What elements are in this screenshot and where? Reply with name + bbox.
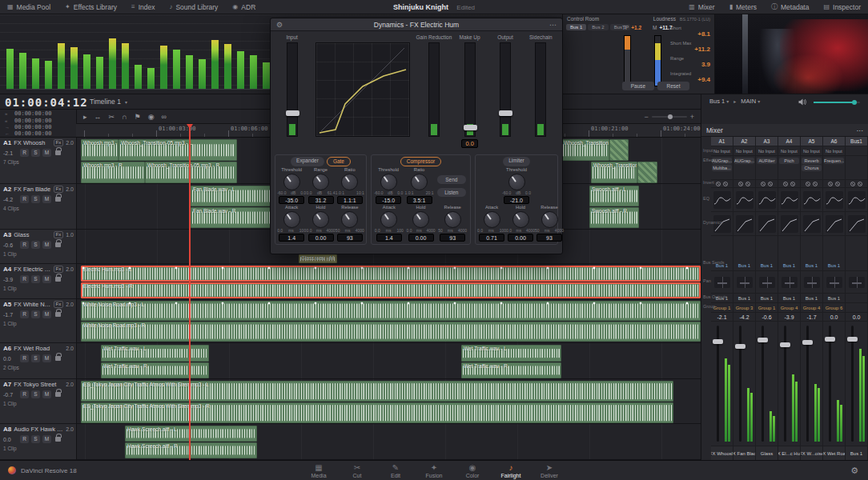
media-pool-button[interactable]: ▦ Media Pool bbox=[0, 0, 58, 14]
solo-button[interactable]: S bbox=[31, 435, 40, 443]
expander-toggle[interactable]: Expander bbox=[291, 157, 324, 166]
compressor-toggle[interactable]: Compressor bbox=[400, 157, 441, 166]
channel-pan[interactable] bbox=[823, 271, 845, 294]
channel-pan[interactable] bbox=[756, 271, 778, 294]
channel-dynamics[interactable] bbox=[846, 212, 867, 236]
audio-clip[interactable]: Wet Traffic.wav - L bbox=[461, 345, 561, 362]
fader-handle[interactable] bbox=[802, 340, 813, 345]
channel-fader[interactable] bbox=[711, 322, 733, 446]
audio-clip[interactable]: ES_Tokyo Japan City Traffic Atmos With S… bbox=[81, 402, 673, 423]
attack-knob[interactable] bbox=[380, 211, 397, 228]
channel-dynamics[interactable] bbox=[756, 212, 778, 236]
channel-id[interactable]: A6 bbox=[823, 137, 845, 146]
invert-icon[interactable] bbox=[858, 182, 862, 186]
channel-input[interactable]: No Input bbox=[778, 146, 800, 156]
channel-eq[interactable] bbox=[801, 188, 822, 212]
channel-bus-send[interactable]: Bus 1 bbox=[801, 236, 822, 271]
channel-fader[interactable] bbox=[823, 322, 845, 446]
channel-id[interactable]: Bus1 bbox=[846, 137, 867, 146]
record-arm-button[interactable]: R bbox=[20, 435, 29, 443]
track-fx-badge[interactable]: Fx bbox=[54, 301, 64, 308]
audio-clip[interactable]: Fan Blade.wav - L bbox=[191, 186, 273, 206]
channel-effects[interactable]: AUFilter bbox=[756, 156, 778, 180]
limiter-toggle[interactable]: Limiter bbox=[503, 157, 530, 166]
channel-invert[interactable] bbox=[823, 180, 845, 188]
channel-group[interactable]: Group 1 bbox=[756, 303, 778, 313]
record-arm-button[interactable]: R bbox=[20, 310, 29, 318]
effect-slot[interactable]: AUGrap... bbox=[734, 158, 754, 164]
audio-clip[interactable]: Wet Traffic.wav - L bbox=[101, 345, 209, 362]
video-viewer[interactable] bbox=[715, 14, 868, 94]
channel-pan[interactable] bbox=[801, 271, 822, 294]
channel-fader[interactable] bbox=[756, 322, 778, 446]
channel-dynamics[interactable] bbox=[733, 212, 755, 236]
track-fx-badge[interactable]: Fx bbox=[54, 139, 64, 146]
track-header-a6[interactable]: A6FX Wet Road2.0 0.0RSM 2 Clips bbox=[0, 343, 76, 379]
channel-invert[interactable] bbox=[733, 180, 755, 188]
bus-tab-2[interactable]: Bus 2 bbox=[588, 24, 608, 30]
lock-icon[interactable] bbox=[55, 197, 61, 202]
channel-invert[interactable] bbox=[846, 180, 867, 188]
channel-eq[interactable] bbox=[823, 188, 845, 212]
audio-clip[interactable]: White Noise Road.mp3 - L bbox=[81, 301, 701, 321]
playhead[interactable] bbox=[189, 124, 191, 460]
track-volume-db[interactable]: -0.7 bbox=[3, 392, 18, 398]
audio-clip[interactable]: White Noise Road.mp3 - R bbox=[81, 322, 701, 342]
range-field[interactable]: »00:00:00:00 bbox=[5, 110, 76, 117]
track-volume-db[interactable]: 0.0 bbox=[3, 356, 18, 362]
hold-knob[interactable] bbox=[412, 211, 429, 228]
knob-value[interactable]: 0.00 bbox=[508, 234, 533, 242]
lock-icon[interactable] bbox=[55, 242, 61, 247]
channel-bus-output[interactable] bbox=[846, 294, 867, 303]
range-field[interactable]: →00:00:00:00 bbox=[5, 124, 76, 130]
solo-button[interactable]: S bbox=[31, 354, 40, 362]
crossfade-clip[interactable] bbox=[637, 162, 657, 183]
threshold-knob[interactable] bbox=[380, 174, 397, 190]
knob-value[interactable]: 0.00 bbox=[308, 234, 334, 242]
threshold-knob[interactable] bbox=[283, 174, 300, 190]
timeline-selector[interactable]: Timeline 1 ▾ bbox=[90, 98, 127, 106]
range-field[interactable]: «00:00:00:00 bbox=[5, 117, 76, 123]
track-fx-badge[interactable]: Fx bbox=[54, 266, 64, 273]
channel-input[interactable]: No Input bbox=[801, 146, 822, 156]
channel-invert[interactable] bbox=[711, 180, 733, 188]
zoom-in-icon[interactable]: + bbox=[690, 113, 694, 121]
channel-invert[interactable] bbox=[801, 180, 822, 188]
attack-knob[interactable] bbox=[484, 211, 500, 228]
lock-icon[interactable] bbox=[55, 277, 61, 282]
link-icon[interactable]: ∞ bbox=[161, 110, 166, 124]
channel-name[interactable]: Bus 1 bbox=[846, 446, 867, 460]
zoom-slider[interactable] bbox=[652, 116, 687, 118]
knob-value[interactable]: 0.71 bbox=[479, 234, 504, 242]
flag-icon[interactable]: ⚑ bbox=[135, 110, 141, 124]
selection-tool-icon[interactable]: ▸ bbox=[83, 110, 87, 124]
release-knob[interactable] bbox=[341, 211, 358, 228]
effect-slot[interactable]: Frequen... bbox=[824, 158, 844, 164]
marker-icon[interactable]: ◉ bbox=[148, 110, 155, 124]
channel-input[interactable]: No Input bbox=[733, 146, 755, 156]
zoom-out-icon[interactable]: − bbox=[644, 113, 648, 121]
page-cut[interactable]: ✂Cut bbox=[338, 463, 376, 478]
channel-bus-send[interactable] bbox=[846, 236, 867, 271]
track-fx-badge[interactable]: Fx bbox=[54, 186, 64, 193]
effect-slot[interactable]: Reverb bbox=[802, 158, 822, 164]
range-field[interactable]: ←00:00:00:00 bbox=[5, 130, 76, 137]
invert-icon[interactable] bbox=[806, 182, 810, 186]
channel-input[interactable]: No Input bbox=[823, 146, 845, 156]
attack-knob[interactable] bbox=[283, 211, 300, 228]
invert-icon[interactable] bbox=[813, 182, 818, 186]
reset-button[interactable]: Reset bbox=[657, 82, 689, 90]
settings-gear-icon[interactable]: ⚙ bbox=[276, 21, 283, 29]
range-knob[interactable] bbox=[312, 174, 329, 190]
gate-toggle[interactable]: Gate bbox=[327, 157, 351, 166]
audio-clip[interactable]: Whoosh_Transition-03.mp3 - R bbox=[591, 162, 637, 183]
channel-fader[interactable] bbox=[778, 322, 800, 446]
razor-tool-icon[interactable]: ✂ bbox=[109, 110, 115, 124]
listen-button[interactable]: Listen bbox=[437, 188, 466, 197]
channel-bus-output[interactable]: Bus 1 bbox=[801, 294, 822, 303]
channel-bus-output[interactable]: Bus 1 bbox=[823, 294, 845, 303]
channel-pan[interactable] bbox=[846, 271, 867, 294]
channel-fader[interactable] bbox=[801, 322, 822, 446]
record-arm-button[interactable]: R bbox=[20, 390, 29, 398]
channel-bus-output[interactable]: Bus 1 bbox=[778, 294, 800, 303]
